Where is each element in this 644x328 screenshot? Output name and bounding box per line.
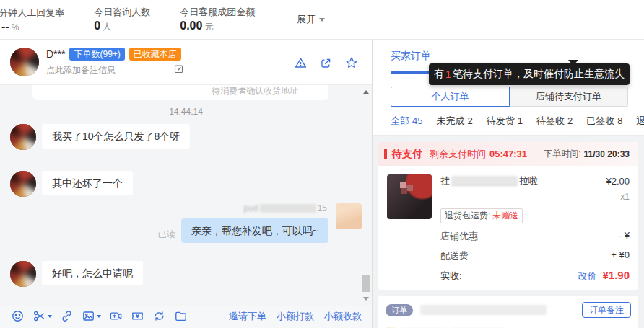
buyer-avatar: [10, 124, 36, 150]
redacted-text: [260, 204, 316, 213]
system-status-card: 待消费者确认收货地址: [32, 85, 328, 100]
scrollbar-thumb[interactable]: [362, 275, 370, 292]
scrollbar-down-arrow[interactable]: [363, 297, 369, 301]
add-note-link[interactable]: 点此添加备注信息: [46, 64, 116, 76]
status-bar: [384, 149, 387, 159]
star-icon[interactable]: [344, 56, 359, 70]
coupon-icon[interactable]: [131, 309, 144, 323]
segment-personal-orders[interactable]: 个人订单: [391, 87, 510, 107]
refund-icon[interactable]: [152, 309, 166, 323]
product-row: 挂 拉啦 ¥2.00 x1: [387, 174, 630, 223]
countdown-label: 剩余支付时间: [430, 148, 486, 161]
filter-all[interactable]: 全部45: [391, 115, 422, 128]
chat-toolbar: 邀请下单 小额打款 小额收款: [0, 306, 372, 328]
buyer-avatar: [10, 171, 36, 197]
message-bubble: 我买了10个怎么只发了8个呀: [42, 124, 190, 149]
stat-label: 今日客服成团金额: [180, 6, 255, 18]
chat-panel: D*** 下单数(99+) 已收藏本店 点此添加备注信息: [0, 40, 372, 328]
redacted-text: [451, 176, 518, 186]
seller-name: pud 15: [244, 203, 327, 213]
stat-deal-amount: 今日客服成团金额 0.00 元: [180, 6, 255, 33]
small-collect-link[interactable]: 小额收款: [324, 310, 362, 323]
change-price-link[interactable]: 改价: [578, 270, 596, 283]
seller-workbench: 3分钟人工回复率 -- % 今日咨询人数 0 人 今日客服成团金额 0.00 元…: [0, 0, 644, 328]
buyer-name: D***: [46, 48, 65, 60]
order-count-badge: 下单数(99+): [69, 48, 124, 61]
order-time-label: 下单时间:: [544, 148, 580, 160]
divider: [79, 8, 79, 31]
order-time: 11/30 20:33: [584, 149, 630, 159]
image-icon[interactable]: [82, 309, 101, 323]
small-payment-link[interactable]: 小额打款: [277, 310, 314, 323]
report-warning-icon[interactable]: [294, 56, 308, 70]
filter-to-ship[interactable]: 待发货1: [487, 115, 523, 128]
invite-order-link[interactable]: 邀请下单: [229, 310, 266, 323]
message-bubble: 好吧，怎么申请呢: [42, 261, 143, 285]
message-buyer: 其中还坏了一个: [10, 171, 362, 197]
orders-panel: 买家订单 有1笔待支付订单，及时催付防止生意流失 个人订单 店铺待支付订单 全部…: [372, 40, 644, 328]
stat-visitors: 今日咨询人数 0 人: [94, 6, 150, 33]
filter-refunding[interactable]: 退款中32: [636, 115, 644, 128]
orders-list: 待支付 剩余支付时间 05:47:31 下单时间: 11/30 20:33: [373, 136, 644, 328]
chat-header: D*** 下单数(99+) 已收藏本店 点此添加备注信息: [0, 40, 372, 85]
emoji-icon[interactable]: [11, 309, 25, 323]
divider: [165, 8, 165, 31]
order-card: 待支付 剩余支付时间 05:47:31 下单时间: 11/30 20:33: [378, 142, 638, 290]
chevron-down-icon: [319, 18, 325, 22]
total-row: 实收: 改价 ¥1.90: [440, 269, 630, 283]
order-note-button[interactable]: 订单备注: [582, 302, 631, 318]
pending-count: 1: [444, 68, 453, 80]
stat-value: 0.00: [180, 19, 202, 32]
total-amount: ¥1.90: [602, 269, 630, 281]
product-price: ¥2.00: [606, 176, 630, 187]
product-qty: x1: [620, 192, 630, 202]
favorited-shop-badge: 已收藏本店: [129, 48, 181, 61]
stat-label: 今日咨询人数: [94, 6, 150, 18]
scrollbar-up-arrow[interactable]: [363, 90, 369, 94]
order-status: 待支付: [392, 148, 422, 161]
message-bubble: 其中还坏了一个: [42, 171, 133, 195]
order-filters: 全部45 未完成2 待发货1 待签收2 已签收8 退款中32: [373, 107, 644, 136]
tab-underline: [391, 71, 432, 74]
order-card-header: 待支付 剩余支付时间 05:47:31 下单时间: 11/30 20:33: [378, 142, 638, 166]
stat-value: --: [1, 20, 9, 33]
message-bubble: 亲亲，帮您补发吧，可以吗~: [181, 218, 328, 243]
message-buyer: 好吧，怎么申请呢: [10, 261, 362, 287]
expand-button[interactable]: 展开: [297, 13, 325, 26]
screenshot-scissors-icon[interactable]: [32, 309, 52, 323]
stats-topbar: 3分钟人工回复率 -- % 今日咨询人数 0 人 今日客服成团金额 0.00 元…: [0, 0, 644, 40]
message-seller: pud 15 已读 亲亲，帮您补发吧，可以吗~: [10, 203, 362, 243]
edit-note-icon[interactable]: [173, 63, 184, 77]
freight-insurance-tag: 退货包运费: 未赠送: [440, 208, 523, 223]
fee-row-delivery: 配送费 + ¥0: [440, 249, 630, 262]
tooltip-arrow: [568, 60, 578, 66]
video-icon[interactable]: [109, 309, 123, 323]
link-icon[interactable]: [60, 309, 74, 323]
stat-unit: 人: [103, 21, 111, 33]
countdown-value: 05:47:31: [489, 149, 527, 159]
system-status-text: 待消费者确认收货地址: [212, 85, 298, 97]
folder-icon[interactable]: [174, 309, 188, 323]
read-status: 已读: [158, 229, 175, 243]
stat-unit: %: [12, 22, 19, 32]
chevron-down-icon: [97, 315, 101, 318]
product-title[interactable]: 挂 拉啦 ¥2.00: [440, 174, 630, 187]
seller-avatar: [336, 203, 362, 229]
segment-shop-pending-orders[interactable]: 店铺待支付订单: [510, 87, 628, 107]
tab-buyer-orders[interactable]: 买家订单: [391, 50, 431, 63]
order-footer-card: 订单 订单备注: [378, 296, 638, 328]
filter-to-receive[interactable]: 待签收2: [536, 115, 573, 128]
pending-payment-tooltip: 有1笔待支付订单，及时催付防止生意流失: [429, 63, 630, 85]
chat-scrollbar[interactable]: [361, 85, 371, 306]
message-buyer: 我买了10个怎么只发了8个呀: [10, 124, 362, 150]
redacted-order-number: [420, 305, 547, 315]
buyer-avatar: [10, 48, 39, 76]
stat-unit: 元: [204, 21, 213, 33]
share-icon[interactable]: [319, 56, 333, 70]
filter-received[interactable]: 已签收8: [586, 115, 622, 128]
product-image: [387, 174, 432, 219]
filter-incomplete[interactable]: 未完成2: [436, 115, 472, 128]
chevron-down-icon: [48, 315, 52, 318]
order-type-segmented: 个人订单 店铺待支付订单: [391, 87, 628, 107]
stat-label: 3分钟人工回复率: [0, 6, 64, 19]
